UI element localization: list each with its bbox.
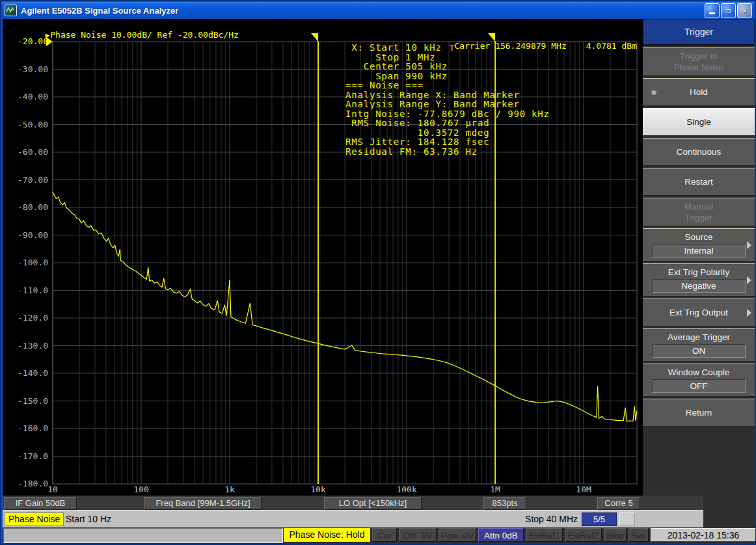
hold-button[interactable]: Hold <box>643 78 755 106</box>
status-ctrl-0v: Ctrl 0V <box>399 528 437 542</box>
measurement-info-line: X: Start 10 kHz <box>345 43 550 53</box>
x-axis-label: 10 <box>32 485 74 494</box>
page-indicator-spacer <box>619 512 635 526</box>
status-phase-noise-hold: Phase Noise: Hold <box>284 528 370 542</box>
softkey-label: Phase Noise <box>644 62 753 73</box>
softkey-label: Ext Trig Output <box>644 307 753 318</box>
restore-button[interactable]: ❐ <box>721 3 736 18</box>
x-axis-label: 10k <box>297 485 339 494</box>
softkey-menu: Trigger Trigger toPhase NoiseHoldSingleC… <box>643 19 755 527</box>
softkey-value: Negative <box>652 279 746 293</box>
measurement-info-line: === Noise === <box>345 81 550 90</box>
menu-title: Trigger <box>643 19 755 46</box>
softkey-label: Average Trigger <box>644 332 753 343</box>
minimize-button[interactable] <box>705 3 720 18</box>
status-extref1: ExtRef1 <box>526 528 563 542</box>
measurement-info-line: RMS Jitter: 184.128 fsec <box>345 137 550 147</box>
measurement-info-line: Intg Noise: -77.8679 dBc / 990 kHz <box>345 109 550 119</box>
y-axis-label: -70.00 <box>3 175 48 185</box>
window-titlebar: Agilent E5052B Signal Source Analyzer ❐ … <box>2 2 754 19</box>
softkey-label: Hold <box>644 86 753 98</box>
close-button[interactable]: ✕ <box>737 3 752 18</box>
application-window: Agilent E5052B Signal Source Analyzer ❐ … <box>0 0 756 545</box>
window-title: Agilent E5052B Signal Source Analyzer <box>21 6 178 16</box>
phase-noise-chart-panel: ▶Phase Noise 10.00dB/ Ref -20.00dBc/Hz -… <box>3 19 643 496</box>
softkey-label: Trigger <box>644 212 753 223</box>
status-attn-0db: Attn 0dB <box>478 528 524 542</box>
status-freq-band-99m-1-5ghz: Freq Band [99M-1.5GHz] <box>144 497 262 510</box>
status-lo-opt-150khz: LO Opt [<150kHz] <box>324 497 422 510</box>
status-corre-5: Corre 5 <box>597 497 640 510</box>
y-axis-label: -40.00 <box>3 92 48 101</box>
y-axis-label: -60.00 <box>3 147 48 157</box>
manual-trigger-button[interactable]: ManualTrigger <box>643 198 755 226</box>
y-axis-label: -130.0 <box>3 341 48 351</box>
ext-trig-output-button[interactable]: Ext Trig Output <box>643 299 755 326</box>
instrument-status-bar: Phase Noise: HoldCorCtrl 0VPow 0VAttn 0d… <box>3 527 755 544</box>
single-button[interactable]: Single <box>643 108 755 136</box>
submenu-arrow-icon <box>747 309 751 317</box>
softkey-label: Trigger to <box>644 51 753 62</box>
trigger-to-phase-noise-button[interactable]: Trigger toPhase Noise <box>643 47 755 76</box>
status-extref2: ExtRef2 <box>565 528 602 542</box>
softkey-label: Restart <box>644 176 753 187</box>
carrier-power: 4.0781 dBm <box>586 41 637 51</box>
x-axis-label: 1M <box>474 485 516 494</box>
y-axis-label: -160.0 <box>3 423 48 433</box>
continuous-button[interactable]: Continuous <box>643 138 755 166</box>
y-axis-label: -100.0 <box>3 258 48 267</box>
source-button[interactable]: SourceInternal <box>643 228 755 261</box>
average-trigger-button[interactable]: Average TriggerON <box>643 328 755 362</box>
x-axis-label: 100 <box>120 485 162 494</box>
submenu-arrow-icon <box>747 276 751 284</box>
softkey-label: Window Couple <box>644 367 753 378</box>
softkey-label: Manual <box>644 201 753 212</box>
measurement-info: X: Start 10 kHz Stop 1 MHz Center 505 kH… <box>345 43 550 156</box>
measurement-info-line: Stop 1 MHz <box>345 53 550 62</box>
reference-level-marker-icon <box>46 37 53 46</box>
y-axis-label: -170.0 <box>3 451 48 461</box>
radio-indicator-icon <box>651 90 656 95</box>
band-marker-flag-icon[interactable] <box>311 33 318 42</box>
softkey-label: Single <box>644 116 753 127</box>
measurement-info-line: Residual FM: 63.736 Hz <box>345 147 550 157</box>
measurement-info-line: Analysis Range Y: Band Marker <box>345 100 550 109</box>
measurement-info-line: Center 505 kHz <box>345 62 550 72</box>
softkey-label: Ext Trig Polarity <box>644 267 753 278</box>
y-axis-label: -30.00 <box>3 64 48 74</box>
softkey-value: OFF <box>652 379 746 393</box>
status-pow-0v: Pow 0V <box>439 528 476 542</box>
restart-button[interactable]: Restart <box>643 168 755 196</box>
softkey-label: Source <box>644 232 753 243</box>
app-icon <box>5 5 17 16</box>
sweep-start-label: Start 10 Hz <box>66 512 111 525</box>
status-2013-02-18-15-36: 2013-02-18 15:36 <box>651 528 756 542</box>
y-axis-label: -80.00 <box>3 202 48 212</box>
status-853pts: 853pts <box>483 497 526 510</box>
status-row-settings: IF Gain 50dBFreq Band [99M-1.5GHz]LO Opt… <box>3 496 703 510</box>
x-axis-label: 100k <box>386 485 427 494</box>
window-couple-button[interactable]: Window CoupleOFF <box>643 364 755 397</box>
y-axis-label: -120.0 <box>3 313 48 323</box>
y-axis-label: -150.0 <box>3 396 48 406</box>
measurement-info-line: 10.3572 mdeg <box>345 128 550 138</box>
page-indicator[interactable]: 5/5 <box>582 512 617 526</box>
submenu-arrow-icon <box>747 241 751 249</box>
return-button[interactable]: Return <box>643 399 755 427</box>
instrument-screen: ▶Phase Noise 10.00dB/ Ref -20.00dBc/Hz -… <box>3 19 755 544</box>
y-axis-label: -140.0 <box>3 368 48 378</box>
y-axis-label: -90.00 <box>3 230 48 240</box>
sweep-stop-label: Stop 40 MHz <box>458 512 578 525</box>
y-axis-label: -20.00 <box>3 36 48 46</box>
measurement-mode-badge: Phase Noise <box>5 512 64 526</box>
measurement-info-line: Span 990 kHz <box>345 72 550 81</box>
y-axis-label: -110.0 <box>3 286 48 295</box>
status-svc: Svc <box>628 528 649 542</box>
measurement-info-line: Analysis Range X: Band Marker <box>345 90 550 100</box>
status-if-gain-50db: IF Gain 50dB <box>4 497 77 510</box>
window-controls: ❐ ✕ <box>705 3 752 18</box>
status-stop: Stop <box>604 528 627 542</box>
x-axis-label: 10M <box>563 485 604 494</box>
x-axis-label: 1k <box>209 485 250 494</box>
ext-trig-polarity-button[interactable]: Ext Trig PolarityNegative <box>643 263 755 297</box>
